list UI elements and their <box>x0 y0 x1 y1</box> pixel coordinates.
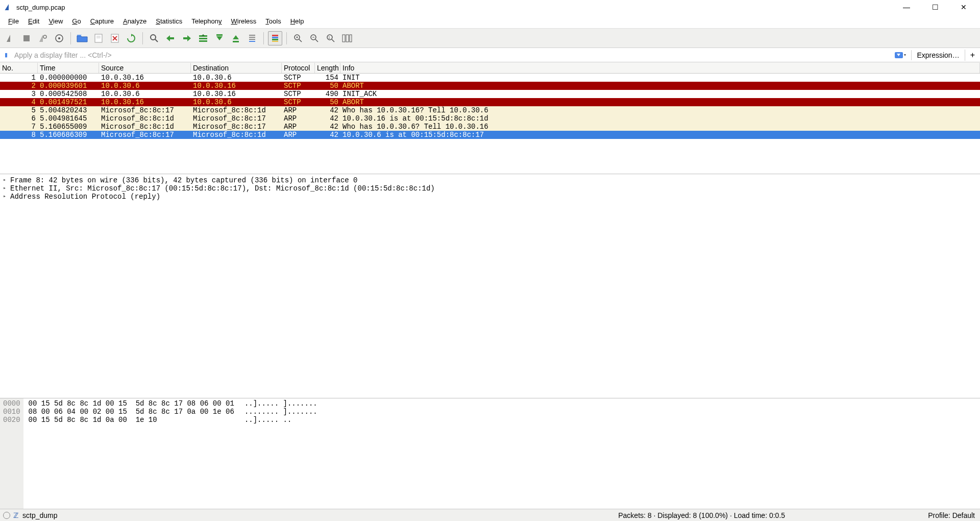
packet-details-pane[interactable]: ▸Frame 8: 42 bytes on wire (336 bits), 4… <box>0 174 980 398</box>
hex-offsets: 000000100020 <box>0 398 23 509</box>
go-forward-icon[interactable] <box>180 31 194 45</box>
expand-icon[interactable]: ▸ <box>3 184 8 193</box>
col-no[interactable]: No. <box>0 63 38 73</box>
toolbar-separator <box>70 32 71 44</box>
svg-line-35 <box>332 39 334 42</box>
hex-ascii: ..]..... ]............... ].........]...… <box>239 398 323 509</box>
filter-dropdown-icon[interactable] <box>893 50 908 60</box>
resize-columns-icon[interactable] <box>340 31 354 45</box>
menu-tools[interactable]: Tools <box>261 15 285 27</box>
svg-rect-0 <box>23 35 30 41</box>
auto-scroll-icon[interactable] <box>245 31 259 45</box>
packet-row[interactable]: 75.160655009Microsof_8c:8c:1dMicrosof_8c… <box>0 123 980 131</box>
capture-restart-icon[interactable] <box>36 31 50 45</box>
menu-help[interactable]: Help <box>286 15 308 27</box>
expand-icon[interactable]: ▸ <box>3 193 8 201</box>
zoom-in-icon[interactable] <box>291 31 305 45</box>
menu-telephony[interactable]: Telephony <box>187 15 226 27</box>
svg-line-28 <box>299 39 302 42</box>
packet-row[interactable]: 10.00000000010.0.30.1610.0.30.6SCTP154IN… <box>0 74 980 82</box>
packet-row[interactable]: 65.004981645Microsof_8c:8c:1dMicrosof_8c… <box>0 114 980 123</box>
hex-bytes: 00 15 5d 8c 8c 1d 00 15 5d 8c 8c 17 08 0… <box>23 398 239 509</box>
packet-rows: 10.00000000010.0.30.1610.0.30.6SCTP154IN… <box>0 74 980 174</box>
go-to-packet-icon[interactable] <box>196 31 210 45</box>
capture-stop-icon[interactable] <box>19 31 34 45</box>
display-filter-input[interactable] <box>12 50 893 60</box>
packet-list: No. Time Source Destination Protocol Len… <box>0 62 980 174</box>
menu-wireless[interactable]: Wireless <box>227 15 261 27</box>
detail-line[interactable]: ▸Frame 8: 42 bytes on wire (336 bits), 4… <box>3 176 977 184</box>
zoom-out-icon[interactable] <box>307 31 322 45</box>
svg-rect-16 <box>199 40 207 42</box>
reload-icon[interactable] <box>124 31 138 45</box>
save-file-icon[interactable] <box>91 31 106 45</box>
svg-rect-19 <box>249 35 255 36</box>
toolbar: 1 <box>0 29 980 48</box>
status-mid: Packets: 8 · Displayed: 8 (100.0%) · Loa… <box>475 511 928 519</box>
svg-point-1 <box>43 35 46 38</box>
menu-file[interactable]: File <box>4 15 23 27</box>
menu-view[interactable]: View <box>44 15 67 27</box>
add-filter-button[interactable]: + <box>965 50 980 61</box>
window-buttons: — ☐ ✕ <box>898 2 972 12</box>
col-destination[interactable]: Destination <box>191 63 282 73</box>
status-left: sctp_dump <box>22 511 475 519</box>
svg-rect-20 <box>249 37 255 38</box>
close-file-icon[interactable] <box>108 31 122 45</box>
menu-statistics[interactable]: Statistics <box>152 15 186 27</box>
menu-edit[interactable]: Edit <box>24 15 43 27</box>
packet-bytes-pane[interactable]: 000000100020 00 15 5d 8c 8c 1d 00 15 5d … <box>0 398 980 509</box>
packet-list-header: No. Time Source Destination Protocol Len… <box>0 62 980 74</box>
capture-options-icon[interactable] <box>52 31 66 45</box>
go-back-icon[interactable] <box>163 31 178 45</box>
minimize-button[interactable]: — <box>898 2 915 12</box>
maximize-button[interactable]: ☐ <box>927 2 943 12</box>
svg-rect-18 <box>233 41 239 42</box>
filter-bar: ▮ Expression… + <box>0 48 980 62</box>
svg-rect-23 <box>272 35 278 36</box>
svg-rect-21 <box>249 39 255 40</box>
window-title: sctp_dump.pcap <box>16 4 898 11</box>
zoom-reset-icon[interactable]: 1 <box>324 31 338 45</box>
bookmark-icon[interactable]: ▮ <box>2 51 10 59</box>
expand-icon[interactable]: ▸ <box>3 176 8 184</box>
status-bar: ℤ sctp_dump Packets: 8 · Displayed: 8 (1… <box>0 509 980 521</box>
svg-rect-25 <box>272 39 278 40</box>
expression-button[interactable]: Expression… <box>911 50 964 60</box>
menu-analyze[interactable]: Analyze <box>119 15 151 27</box>
col-protocol[interactable]: Protocol <box>282 63 315 73</box>
svg-rect-4 <box>95 34 102 42</box>
col-length[interactable]: Length <box>315 63 340 73</box>
capture-start-icon[interactable] <box>3 31 17 45</box>
toolbar-separator <box>263 32 264 44</box>
menu-capture[interactable]: Capture <box>86 15 118 27</box>
colorize-icon[interactable] <box>268 31 282 45</box>
detail-text: Ethernet II, Src: Microsof_8c:8c:17 (00:… <box>10 184 435 193</box>
packet-row[interactable]: 20.00003960110.0.30.610.0.30.16SCTP50ABO… <box>0 82 980 90</box>
open-file-icon[interactable] <box>75 31 89 45</box>
packet-row[interactable]: 85.160686309Microsof_8c:8c:17Microsof_8c… <box>0 131 980 139</box>
packet-row[interactable]: 30.00054250810.0.30.610.0.30.16SCTP490IN… <box>0 90 980 98</box>
packet-row[interactable]: 40.00149752110.0.30.1610.0.30.6SCTP50ABO… <box>0 98 980 106</box>
status-profile[interactable]: Profile: Default <box>928 511 977 519</box>
close-button[interactable]: ✕ <box>955 2 972 12</box>
col-source[interactable]: Source <box>99 63 191 73</box>
go-last-icon[interactable] <box>229 31 243 45</box>
detail-line[interactable]: ▸Ethernet II, Src: Microsof_8c:8c:17 (00… <box>3 184 977 193</box>
svg-rect-22 <box>249 41 255 42</box>
app-icon <box>4 3 13 12</box>
svg-rect-37 <box>342 35 345 42</box>
go-first-icon[interactable] <box>212 31 227 45</box>
expert-info-icon[interactable] <box>3 512 10 519</box>
menu-go[interactable]: Go <box>68 15 85 27</box>
svg-line-11 <box>155 39 158 42</box>
col-info[interactable]: Info <box>340 63 980 73</box>
detail-line[interactable]: ▸Address Resolution Protocol (reply) <box>3 193 977 201</box>
col-time[interactable]: Time <box>38 63 99 73</box>
svg-point-3 <box>58 37 60 39</box>
svg-point-10 <box>151 35 156 40</box>
svg-rect-26 <box>272 41 278 42</box>
find-icon[interactable] <box>147 31 161 45</box>
packet-row[interactable]: 55.004820243Microsof_8c:8c:17Microsof_8c… <box>0 106 980 114</box>
capture-file-properties-icon[interactable]: ℤ <box>13 511 18 519</box>
